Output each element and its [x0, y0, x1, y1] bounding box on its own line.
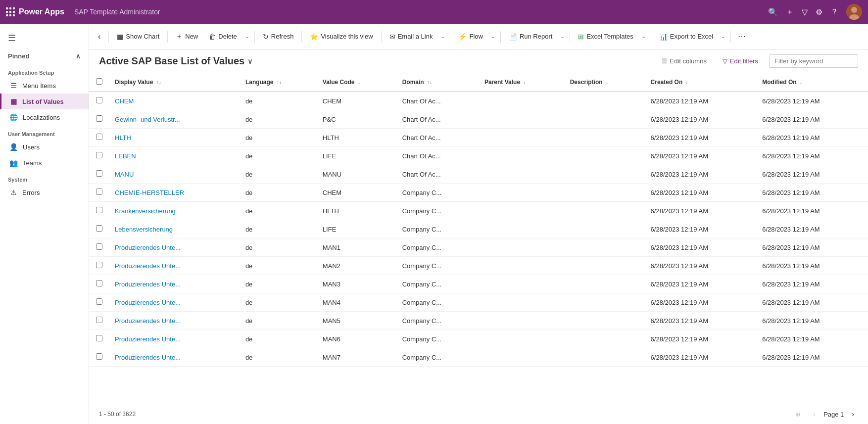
settings-icon[interactable]: ⚙ [816, 7, 822, 17]
col-display-value[interactable]: Display Value ↑↓ [109, 73, 240, 92]
run-report-dropdown-arrow[interactable]: ⌄ [558, 30, 567, 43]
cell-display-value-1[interactable]: Gewinn- und Verlustr... [109, 110, 240, 129]
cell-display-value-6[interactable]: Krankenversicherung [109, 202, 240, 220]
col-modified-on[interactable]: Modified On ↓ [756, 73, 868, 92]
delete-button[interactable]: 🗑 Delete [204, 30, 242, 44]
col-value-code[interactable]: Value Code ↓ [317, 73, 396, 92]
sidebar-item-list-of-values[interactable]: ▦ List of Values [0, 94, 89, 109]
row-checkbox-5[interactable] [96, 188, 102, 195]
email-link-button[interactable]: ✉ Email a Link [385, 30, 438, 44]
row-checkbox-12[interactable] [96, 317, 102, 323]
row-checkbox-13[interactable] [96, 335, 102, 341]
row-checkbox-11[interactable] [96, 298, 102, 305]
row-checkbox-2[interactable] [96, 134, 102, 140]
display-value-link-12[interactable]: Produzierendes Unte... [115, 317, 181, 325]
show-chart-button[interactable]: ▦ Show Chart [112, 30, 164, 44]
display-value-link-10[interactable]: Produzierendes Unte... [115, 281, 181, 288]
flow-button[interactable]: ⚡ Flow [453, 30, 487, 44]
col-language[interactable]: Language ↑↓ [240, 73, 317, 92]
cell-display-value-11[interactable]: Produzierendes Unte... [109, 293, 240, 312]
display-value-link-3[interactable]: LEBEN [115, 152, 136, 160]
display-value-link-7[interactable]: Lebensversicherung [115, 226, 173, 233]
cell-display-value-0[interactable]: CHEM [109, 92, 240, 110]
prev-page-button[interactable]: ‹ [809, 408, 820, 420]
refresh-button[interactable]: ↻ Refresh [258, 30, 299, 44]
display-value-link-6[interactable]: Krankenversicherung [115, 207, 176, 215]
next-page-button[interactable]: › [848, 408, 858, 420]
cell-display-value-14[interactable]: Produzierendes Unte... [109, 348, 240, 367]
sidebar-item-menu-items[interactable]: ☰ Menu Items [0, 78, 89, 94]
flow-dropdown-arrow[interactable]: ⌄ [489, 30, 497, 43]
cell-language-9: de [240, 257, 317, 275]
display-value-link-2[interactable]: HLTH [115, 134, 131, 141]
display-value-link-9[interactable]: Produzierendes Unte... [115, 262, 181, 270]
sidebar-item-errors[interactable]: ⚠ Errors [0, 185, 89, 200]
display-value-link-1[interactable]: Gewinn- und Verlustr... [115, 116, 180, 123]
cell-modified-on-4: 6/28/2023 12:19 AM [756, 165, 868, 184]
cell-display-value-5[interactable]: CHEMIE-HERSTELLER [109, 184, 240, 202]
run-report-button[interactable]: 📄 Run Report [504, 30, 557, 44]
add-icon[interactable]: ＋ [786, 7, 794, 17]
cell-display-value-12[interactable]: Produzierendes Unte... [109, 312, 240, 330]
display-value-link-13[interactable]: Produzierendes Unte... [115, 335, 181, 343]
row-checkbox-9[interactable] [96, 262, 102, 268]
email-dropdown-arrow[interactable]: ⌄ [438, 30, 447, 43]
user-avatar[interactable] [846, 4, 862, 20]
filter-keyword-input[interactable] [769, 54, 858, 68]
cell-display-value-3[interactable]: LEBEN [109, 147, 240, 165]
cell-display-value-7[interactable]: Lebensversicherung [109, 220, 240, 238]
visualize-button[interactable]: ⭐ Visualize this view [305, 30, 378, 44]
cell-display-value-10[interactable]: Produzierendes Unte... [109, 275, 240, 293]
cell-display-value-9[interactable]: Produzierendes Unte... [109, 257, 240, 275]
delete-dropdown-arrow[interactable]: ⌄ [243, 30, 251, 43]
excel-templates-button[interactable]: ⊞ Excel Templates [573, 30, 638, 44]
col-description[interactable]: Description ↓ [564, 73, 645, 92]
list-title-dropdown-icon[interactable]: ∨ [247, 57, 252, 65]
cell-display-value-2[interactable]: HLTH [109, 129, 240, 147]
back-button[interactable]: ‹ [93, 29, 105, 44]
display-value-link-11[interactable]: Produzierendes Unte... [115, 299, 181, 306]
display-value-link-4[interactable]: MANU [115, 171, 134, 178]
row-checkbox-8[interactable] [96, 243, 102, 250]
cell-domain-13: Company C... [396, 330, 479, 348]
row-checkbox-14[interactable] [96, 353, 102, 360]
edit-columns-button[interactable]: ☰ Edit columns [657, 55, 712, 67]
display-value-link-0[interactable]: CHEM [115, 97, 134, 105]
export-excel-button[interactable]: 📊 Export to Excel [654, 30, 718, 44]
search-icon[interactable]: 🔍 [768, 7, 778, 17]
new-button[interactable]: ＋ New [171, 29, 203, 44]
row-checkbox-6[interactable] [96, 207, 102, 213]
sidebar-item-teams[interactable]: 👥 Teams [0, 155, 89, 171]
cell-display-value-4[interactable]: MANU [109, 165, 240, 184]
row-checkbox-7[interactable] [96, 225, 102, 232]
cell-display-value-8[interactable]: Produzierendes Unte... [109, 238, 240, 257]
help-icon[interactable]: ？ [830, 7, 838, 17]
pinned-section[interactable]: Pinned ∧ [0, 48, 89, 64]
email-label: Email a Link [398, 33, 433, 40]
export-dropdown-arrow[interactable]: ⌄ [719, 30, 727, 43]
col-domain[interactable]: Domain ↑↓ [396, 73, 479, 92]
col-created-on[interactable]: Created On ↓ [645, 73, 757, 92]
row-checkbox-0[interactable] [96, 97, 102, 103]
edit-filters-button[interactable]: ▽ Edit filters [718, 55, 763, 67]
row-checkbox-3[interactable] [96, 152, 102, 158]
sidebar-item-users[interactable]: 👤 Users [0, 139, 89, 155]
sidebar-item-localizations[interactable]: 🌐 Localizations [0, 109, 89, 125]
filter-icon[interactable]: ▽ [802, 7, 808, 17]
cell-created-on-11: 6/28/2023 12:19 AM [645, 293, 757, 312]
select-all-checkbox[interactable] [96, 78, 102, 85]
excel-templates-dropdown[interactable]: ⌄ [639, 30, 648, 43]
row-checkbox-1[interactable] [96, 115, 102, 122]
display-value-link-8[interactable]: Produzierendes Unte... [115, 244, 181, 251]
sidebar-hamburger[interactable]: ☰ [0, 28, 89, 48]
waffle-menu-icon[interactable] [6, 7, 15, 16]
cell-modified-on-7: 6/28/2023 12:19 AM [756, 220, 868, 238]
row-checkbox-10[interactable] [96, 280, 102, 286]
first-page-button[interactable]: ⏮ [790, 408, 805, 420]
display-value-link-5[interactable]: CHEMIE-HERSTELLER [115, 189, 184, 196]
display-value-link-14[interactable]: Produzierendes Unte... [115, 354, 181, 361]
cell-display-value-13[interactable]: Produzierendes Unte... [109, 330, 240, 348]
col-parent-value[interactable]: Parent Value ↓ [479, 73, 564, 92]
more-options-button[interactable]: ⋯ [734, 29, 750, 44]
row-checkbox-4[interactable] [96, 170, 102, 177]
